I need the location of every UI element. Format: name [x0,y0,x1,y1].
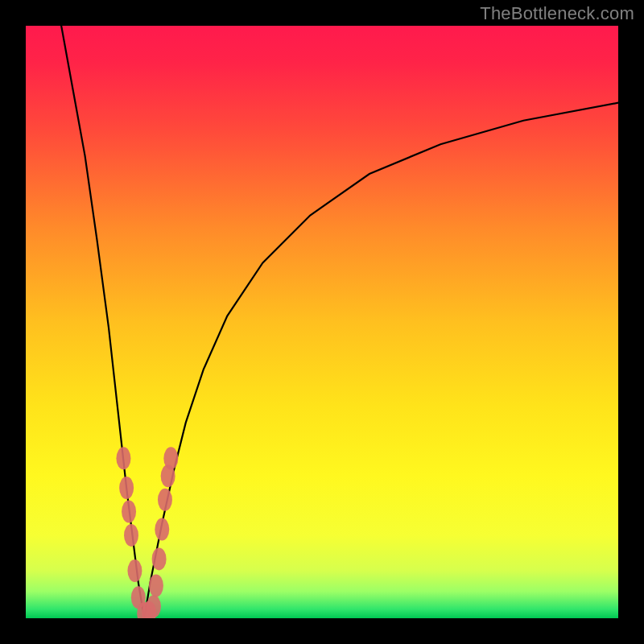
chart-frame: TheBottleneck.com [0,0,644,644]
marker-point [149,575,163,597]
marker-point [119,477,134,499]
marker-point [127,559,142,582]
marker-point [124,524,138,547]
marker-point [122,501,136,523]
marker-point [155,518,169,541]
marker-point [147,595,161,617]
marker-point [116,447,130,469]
watermark-text: TheBottleneck.com [480,3,634,24]
marker-point [158,489,172,511]
plot-area [26,26,618,618]
marker-point [152,547,167,570]
curve-right-branch [144,103,618,618]
bottleneck-curve [26,26,618,618]
marker-point [163,447,178,469]
